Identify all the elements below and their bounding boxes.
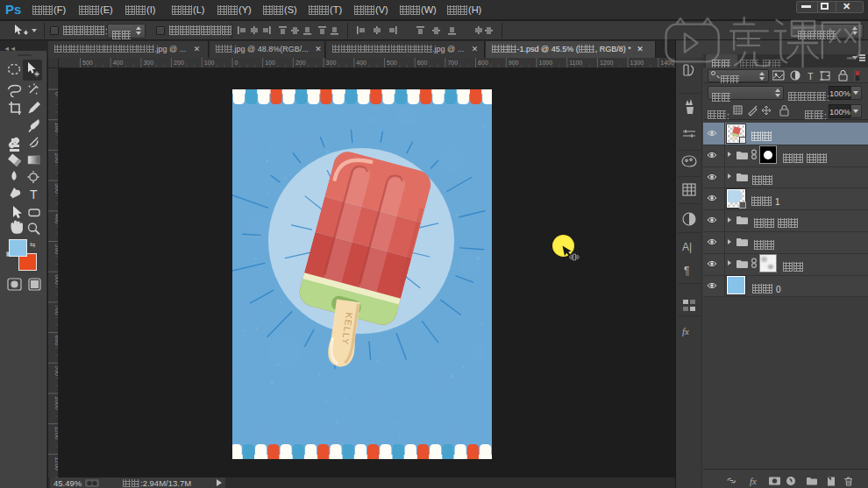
- svg-text:800: 800: [478, 60, 488, 66]
- svg-text:T: T: [30, 187, 38, 202]
- svg-text:1100: 1100: [569, 60, 582, 66]
- svg-text:600: 600: [417, 60, 428, 66]
- svg-text:100: 100: [204, 60, 215, 66]
- svg-text:A|: A|: [682, 241, 692, 253]
- svg-text:900: 900: [509, 60, 519, 66]
- svg-text:200: 200: [174, 60, 184, 66]
- svg-text:300: 300: [326, 60, 337, 66]
- svg-text:500: 500: [82, 60, 93, 66]
- svg-text:¶: ¶: [684, 265, 689, 277]
- svg-text:400: 400: [113, 60, 124, 66]
- svg-text:fx: fx: [750, 476, 757, 486]
- svg-text:1200: 1200: [600, 60, 614, 66]
- svg-text:200: 200: [295, 60, 306, 66]
- svg-text:700: 700: [447, 60, 458, 66]
- svg-text:400: 400: [356, 60, 366, 66]
- svg-text:300: 300: [143, 60, 153, 66]
- svg-text:500: 500: [387, 60, 397, 66]
- svg-text:1300: 1300: [630, 60, 644, 66]
- svg-text:fx: fx: [682, 326, 689, 336]
- svg-text:0: 0: [235, 60, 238, 66]
- svg-text:T: T: [808, 71, 814, 81]
- svg-text:100: 100: [265, 60, 275, 66]
- svg-text:1000: 1000: [539, 60, 553, 66]
